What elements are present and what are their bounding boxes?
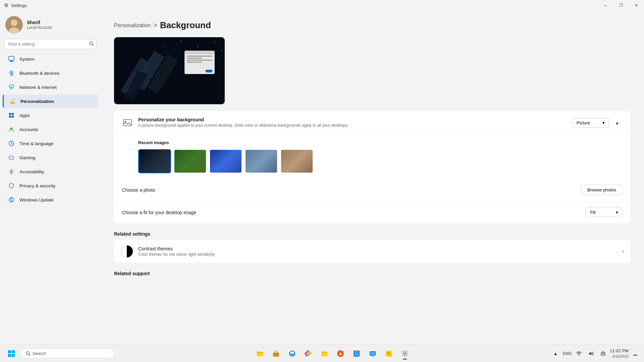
- choose-photo-label: Choose a photo: [122, 187, 155, 193]
- taskbar-chrome[interactable]: [301, 346, 316, 361]
- sidebar-item-accessibility-label: Accessibility: [19, 169, 44, 174]
- background-type-dropdown[interactable]: Picture ▾: [572, 118, 609, 128]
- taskbar-file-explorer[interactable]: [253, 346, 267, 361]
- wifi-icon[interactable]: [574, 349, 584, 358]
- svg-rect-70: [633, 355, 637, 356]
- fit-dropdown[interactable]: Fill ▾: [586, 207, 623, 217]
- contrast-themes-row[interactable]: Contrast themes Color themes for low vis…: [114, 240, 631, 263]
- sidebar-item-accounts[interactable]: Accounts: [3, 123, 98, 136]
- browse-photos-button[interactable]: Browse photos: [581, 185, 623, 195]
- svg-point-9: [11, 86, 12, 88]
- taskbar-center: [253, 346, 412, 361]
- images-row: [138, 149, 623, 173]
- time-icon: [8, 140, 15, 147]
- sidebar: Sherif Local Account System: [0, 11, 101, 345]
- taskbar-asus-app[interactable]: [333, 346, 348, 361]
- svg-rect-40: [8, 354, 11, 357]
- minimize-button[interactable]: ─: [598, 0, 613, 11]
- printer-icon[interactable]: [598, 349, 608, 358]
- svg-rect-46: [273, 353, 279, 357]
- preview-line-1: [187, 56, 212, 57]
- svg-rect-6: [10, 61, 12, 61]
- svg-rect-5: [9, 56, 14, 60]
- background-type-label: Picture: [577, 120, 590, 125]
- preview-window-bar: [185, 51, 214, 54]
- thumbnail-3[interactable]: [209, 149, 242, 173]
- show-hidden-icons-button[interactable]: ▲: [551, 349, 560, 358]
- sidebar-item-update[interactable]: Windows Update: [3, 193, 98, 206]
- svg-rect-35: [123, 120, 131, 126]
- sidebar-item-bluetooth[interactable]: Bluetooth & devices: [3, 66, 98, 80]
- volume-icon[interactable]: [586, 349, 596, 358]
- volume-symbol: [588, 351, 594, 356]
- svg-rect-17: [9, 156, 14, 159]
- taskbar-store[interactable]: [349, 346, 364, 361]
- taskbar-remote[interactable]: [365, 346, 380, 361]
- personalization-icon: [9, 98, 16, 105]
- svg-rect-58: [370, 352, 375, 355]
- titlebar-left: ⚙ Settings: [4, 2, 27, 8]
- related-settings-title: Related settings: [114, 231, 631, 237]
- svg-rect-11: [9, 113, 11, 115]
- search-box: [4, 39, 97, 49]
- collapse-button[interactable]: ▲: [612, 117, 623, 128]
- choose-row: Choose a photo Browse photos: [122, 185, 623, 195]
- time-display[interactable]: 11:02 PM 4/16/2023: [610, 348, 629, 359]
- sidebar-item-gaming[interactable]: Gaming: [3, 151, 98, 164]
- sidebar-item-network[interactable]: Network & internet: [3, 80, 98, 94]
- preview-line-3: [187, 60, 212, 61]
- apps-icon: [8, 112, 15, 119]
- svg-rect-39: [12, 350, 15, 353]
- taskbar-edge[interactable]: [285, 346, 300, 361]
- restore-button[interactable]: ❐: [613, 0, 629, 11]
- svg-rect-67: [602, 354, 604, 355]
- svg-point-30: [174, 50, 175, 51]
- sidebar-item-system[interactable]: System: [3, 52, 98, 66]
- svg-rect-59: [372, 356, 374, 357]
- printer-symbol: [600, 351, 606, 356]
- taskbar-sticky-notes[interactable]: [381, 346, 396, 361]
- taskbar-files[interactable]: [317, 346, 332, 361]
- svg-rect-12: [12, 113, 14, 115]
- thumbnail-5[interactable]: [280, 149, 313, 173]
- titlebar: ⚙ Settings ─ ❐ ✕: [0, 0, 644, 11]
- time-value: 11:02 PM: [610, 348, 629, 354]
- taskbar-toolbox[interactable]: [269, 346, 283, 361]
- panel-subtitle: A picture background applies to your cur…: [138, 123, 348, 128]
- sidebar-item-privacy[interactable]: Privacy & security: [3, 179, 98, 192]
- svg-point-33: [218, 64, 218, 64]
- taskbar-settings[interactable]: [397, 346, 412, 361]
- breadcrumb-parent[interactable]: Personalization: [114, 22, 151, 28]
- thumbnail-2[interactable]: [174, 149, 207, 173]
- panel-header-left: Personalize your background A picture ba…: [122, 117, 348, 128]
- svg-rect-60: [386, 351, 392, 357]
- svg-point-20: [11, 169, 12, 171]
- taskbar-search-icon: [26, 351, 31, 356]
- svg-rect-14: [12, 116, 14, 118]
- thumbnail-4[interactable]: [245, 149, 278, 173]
- sidebar-item-accessibility[interactable]: Accessibility: [3, 165, 98, 178]
- taskbar-search[interactable]: Search: [20, 349, 114, 358]
- user-info: Sherif Local Account: [27, 20, 52, 30]
- close-button[interactable]: ✕: [629, 0, 644, 11]
- sidebar-item-personalization[interactable]: Personalization: [3, 95, 98, 108]
- start-button[interactable]: [4, 346, 19, 361]
- panel-text: Personalize your background A picture ba…: [138, 117, 348, 128]
- thumbnail-1[interactable]: [138, 149, 171, 173]
- avatar[interactable]: [5, 16, 23, 34]
- preview-window-lines: [185, 54, 214, 69]
- svg-point-32: [221, 50, 222, 51]
- thumbnail-1-image: [139, 150, 170, 173]
- contrast-themes-desc: Color themes for low vision, light sensi…: [138, 252, 215, 257]
- taskbar-search-label: Search: [33, 351, 46, 356]
- thumbnail-5-image: [281, 150, 313, 173]
- notification-button[interactable]: [631, 346, 640, 361]
- accounts-icon: [8, 126, 15, 133]
- network-icon: [8, 84, 15, 90]
- search-icon[interactable]: [89, 41, 94, 47]
- choose-photo-section: Choose a photo Browse photos: [114, 179, 631, 201]
- sidebar-item-apps[interactable]: Apps: [3, 109, 98, 122]
- search-input[interactable]: [4, 39, 97, 49]
- sidebar-item-time[interactable]: Time & language: [3, 137, 98, 150]
- user-name: Sherif: [27, 20, 52, 25]
